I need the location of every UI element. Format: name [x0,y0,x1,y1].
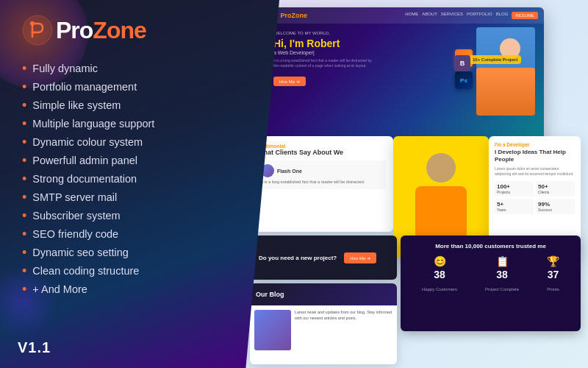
logo-area: ProZone [22,15,257,46]
prizes-num: 37 [547,269,559,280]
bootstrap-badge: B [454,55,470,71]
ps-badge: Ps [455,71,473,89]
logo-icon [22,15,53,46]
hero-title: Hi, I'm Robert [273,38,456,50]
list-item: Fully dynamic [22,59,257,77]
person-body [476,68,535,116]
stat-project-complete: 📋 38 Project Complete [485,255,519,294]
customers-title: More than 10,000 customers trusted me [408,243,573,250]
svg-point-0 [23,15,52,45]
hero-left: WELCOME TO MY WORLD, Hi, I'm Robert a We… [273,31,456,86]
blog-preview: Our Blog Latest news and updates from ou… [250,283,397,364]
list-item: Subscriber system [22,206,257,224]
logo-text: ProZone [56,17,146,44]
stat-years: 5+ Years [495,199,534,214]
hero-title-prefix: Hi, I'm [273,38,306,49]
figure-head [426,153,456,183]
developer-stats: 100+ Projects 50+ Clients 5+ Years 99% S… [495,181,575,214]
customers-preview: More than 10,000 customers trusted me 😊 … [401,236,581,331]
blog-title: Our Blog [256,291,284,298]
nav-links: HOME ABOUT SERVICES PORTFOLIO BLOG RESUM… [405,12,538,19]
list-item: Portfolio management [22,77,257,96]
happy-customers-label: Happy Customers [422,287,457,291]
stat-success: 99% Success [536,199,575,214]
left-panel: ProZone Fully dynamic Portfolio manageme… [0,0,279,368]
project-cta-text: Do you need a new project? [259,255,337,261]
customers-stats: 😊 38 Happy Customers 📋 38 Project Comple… [408,255,573,294]
stat-clients: 50+ Clients [536,181,575,197]
nav-link-services: SERVICES [441,12,463,19]
happy-customers-icon: 😊 [422,255,457,267]
stat-projects: 100+ Projects [495,181,534,197]
project-complete-num: 38 [485,269,519,280]
developer-text: Lorem ipsum dolor sit amet consectetur a… [495,166,575,177]
version-badge: V1.1 [18,339,51,356]
hero-desc: It is a long established fact that a rea… [273,58,376,68]
stat-prizes: 🏆 37 Prizes [547,255,559,294]
person-image [476,27,535,116]
blog-header: Our Blog [250,283,397,305]
list-item: Multiple language support [22,114,257,132]
project-cta-preview: Do you need a new project? Hire Me ➔ [250,236,397,280]
list-item: SEO friendly code [22,224,257,243]
stat-clients-num: 50+ [538,183,573,190]
testimonial-card: Flash One It is a long established fact … [257,160,386,189]
svg-point-1 [30,21,35,26]
stat-projects-label: Projects [497,190,510,194]
yellow-person-figure [410,149,473,245]
happy-customers-num: 38 [422,269,457,280]
main-preview: ⚡ ProZone HOME ABOUT SERVICES PORTFOLIO … [265,7,544,155]
list-item: + And More [22,280,257,298]
project-complete-icon: 📋 [485,255,519,267]
testimonial-reviewer: Flash One [277,169,302,174]
stat-clients-label: Clients [538,190,549,194]
prizes-icon: 🏆 [547,255,559,267]
nav-bar: ⚡ ProZone HOME ABOUT SERVICES PORTFOLIO … [265,7,544,24]
projects-badge: 10+ Complete Project [469,55,521,64]
hero-right: Ai Ps 10+ Complete Project B [462,31,535,86]
prizes-label: Prizes [547,287,559,291]
nav-link-home: HOME [405,12,418,19]
hero-cta-button[interactable]: Hire Me ➔ [273,77,306,86]
hero-welcome: WELCOME TO MY WORLD, [273,31,456,35]
logo-pro: Pro [56,17,93,43]
nav-link-about: ABOUT [422,12,437,19]
stat-success-label: Success [538,208,552,212]
developer-label: I'm a Developer [495,142,575,147]
list-item: SMTP server mail [22,188,257,206]
right-panel: ⚡ ProZone HOME ABOUT SERVICES PORTFOLIO … [243,0,588,368]
nav-resume-button[interactable]: RESUME [512,12,538,19]
project-complete-label: Project Complete [485,287,519,291]
list-item: Powerfull admin panel [22,151,257,169]
list-item: Clean coding structure [22,261,257,280]
testimonial-title: What Clients Say About We [257,149,386,156]
testimonial-preview: Testimonial What Clients Say About We Fl… [250,136,393,232]
blog-info: Latest news and updates from our blog. S… [295,310,392,350]
stat-happy-customers: 😊 38 Happy Customers [422,255,457,294]
nav-link-portfolio: PORTFOLIO [467,12,492,19]
stat-years-label: Years [497,208,506,212]
hero-content: WELCOME TO MY WORLD, Hi, I'm Robert a We… [265,24,544,93]
hero-subtitle: a Web Developer| [273,50,456,55]
stat-success-num: 99% [538,201,573,208]
blog-content: Latest news and updates from our blog. S… [250,305,397,355]
stat-years-num: 5+ [497,201,531,208]
blog-thumbnail [254,310,291,350]
list-item: Dynamic colour system [22,132,257,151]
testimonial-label: Testimonial [257,144,386,149]
list-item: Simple like system [22,96,257,114]
nav-link-blog: BLOG [496,12,509,19]
stat-projects-num: 100+ [497,183,531,190]
developer-title: I Develop Ideas That Help People [495,149,575,164]
project-cta-button[interactable]: Hire Me ➔ [344,252,376,263]
features-list: Fully dynamic Portfolio management Simpl… [22,59,257,298]
list-item: Strong documentation [22,169,257,188]
list-item: Dynamic seo setting [22,243,257,261]
logo-zone: Zone [93,17,146,43]
testimonial-text: It is a long established fact that a rea… [261,180,382,185]
hero-name: Robert [306,38,340,49]
